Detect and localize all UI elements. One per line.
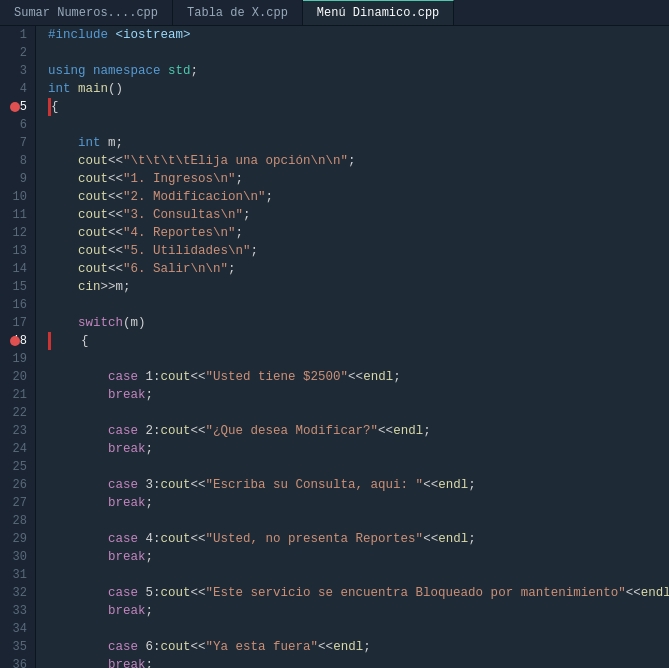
- token-fn: cout: [161, 638, 191, 656]
- token-str: "4. Reportes\n": [123, 224, 236, 242]
- line-number-23: 23: [8, 422, 27, 440]
- token-fn: cout: [78, 170, 108, 188]
- line-number-14: 14: [8, 260, 27, 278]
- code-line-16: [48, 296, 669, 314]
- token-plain: [48, 530, 108, 548]
- code-line-18: {: [48, 332, 669, 350]
- token-plain: [161, 62, 169, 80]
- token-plain: [48, 314, 78, 332]
- code-line-13: cout<<"5. Utilidades\n";: [48, 242, 669, 260]
- line-numbers: 1234567891011121314151617181920212223242…: [0, 26, 36, 668]
- token-fn: main: [78, 80, 108, 98]
- token-plain: <<: [191, 476, 206, 494]
- token-plain: <<: [626, 584, 641, 602]
- token-plain: ;: [266, 188, 274, 206]
- code-line-23: case 2:cout<<"¿Que desea Modificar?"<<en…: [48, 422, 669, 440]
- token-plain: [108, 26, 116, 44]
- token-str: "¿Que desea Modificar?": [206, 422, 379, 440]
- tab-sumar_numeros____cpp[interactable]: Sumar Numeros....cpp: [0, 0, 173, 25]
- code-line-9: cout<<"1. Ingresos\n";: [48, 170, 669, 188]
- code-line-29: case 4:cout<<"Usted, no presenta Reporte…: [48, 530, 669, 548]
- token-str: "Usted, no presenta Reportes": [206, 530, 424, 548]
- token-kw: int: [48, 80, 71, 98]
- token-plain: <<: [108, 260, 123, 278]
- token-str: "6. Salir\n\n": [123, 260, 228, 278]
- token-plain: ;: [251, 242, 259, 260]
- token-plain: ;: [236, 224, 244, 242]
- token-fn: cin: [78, 278, 101, 296]
- code-line-32: case 5:cout<<"Este servicio se encuentra…: [48, 584, 669, 602]
- token-plain: ;: [363, 638, 371, 656]
- code-line-4: int main(): [48, 80, 669, 98]
- token-plain: (m): [123, 314, 146, 332]
- token-case-kw: break: [108, 548, 146, 566]
- code-area[interactable]: #include <iostream>using namespace std;i…: [36, 26, 669, 668]
- token-str: "1. Ingresos\n": [123, 170, 236, 188]
- code-line-35: case 6:cout<<"Ya esta fuera"<<endl;: [48, 638, 669, 656]
- tab-bar: Sumar Numeros....cppTabla de X.cppMenú D…: [0, 0, 669, 26]
- token-plain: <<: [191, 530, 206, 548]
- code-line-28: [48, 512, 669, 530]
- line-number-7: 7: [8, 134, 27, 152]
- token-plain: ;: [146, 548, 154, 566]
- token-plain: [48, 548, 108, 566]
- token-plain: 2:: [138, 422, 161, 440]
- code-line-8: cout<<"\t\t\t\tElija una opción\n\n";: [48, 152, 669, 170]
- token-plain: 4:: [138, 530, 161, 548]
- token-case-kw: case: [108, 476, 138, 494]
- token-plain: 1:: [138, 368, 161, 386]
- token-plain: {: [51, 332, 89, 350]
- token-plain: 3:: [138, 476, 161, 494]
- line-number-32: 32: [8, 584, 27, 602]
- token-fn: endl: [393, 422, 423, 440]
- code-line-1: #include <iostream>: [48, 26, 669, 44]
- token-plain: {: [51, 98, 59, 116]
- line-number-6: 6: [8, 116, 27, 134]
- tab-men__dinamico_cpp[interactable]: Menú Dinamico.cpp: [303, 0, 454, 25]
- line-number-2: 2: [8, 44, 27, 62]
- token-plain: [48, 476, 108, 494]
- code-line-26: case 3:cout<<"Escriba su Consulta, aqui:…: [48, 476, 669, 494]
- token-plain: [48, 152, 78, 170]
- line-number-25: 25: [8, 458, 27, 476]
- token-plain: ;: [468, 530, 476, 548]
- tab-tabla_de_x_cpp[interactable]: Tabla de X.cpp: [173, 0, 303, 25]
- token-plain: <<: [191, 368, 206, 386]
- line-number-19: 19: [8, 350, 27, 368]
- code-line-3: using namespace std;: [48, 62, 669, 80]
- line-number-31: 31: [8, 566, 27, 584]
- token-fn: endl: [363, 368, 393, 386]
- token-str: "Escriba su Consulta, aqui: ": [206, 476, 424, 494]
- line-number-24: 24: [8, 440, 27, 458]
- line-number-35: 35: [8, 638, 27, 656]
- editor-container: Sumar Numeros....cppTabla de X.cppMenú D…: [0, 0, 669, 668]
- token-plain: [48, 134, 78, 152]
- code-line-10: cout<<"2. Modificacion\n";: [48, 188, 669, 206]
- line-number-36: 36: [8, 656, 27, 668]
- code-line-34: [48, 620, 669, 638]
- token-case-kw: break: [108, 386, 146, 404]
- code-line-22: [48, 404, 669, 422]
- code-line-12: cout<<"4. Reportes\n";: [48, 224, 669, 242]
- line-number-20: 20: [8, 368, 27, 386]
- line-number-16: 16: [8, 296, 27, 314]
- token-plain: <<: [378, 422, 393, 440]
- line-number-12: 12: [8, 224, 27, 242]
- token-plain: <<: [348, 368, 363, 386]
- line-number-9: 9: [8, 170, 27, 188]
- token-plain: <<: [318, 638, 333, 656]
- token-case-kw: break: [108, 656, 146, 668]
- token-case-kw: case: [108, 530, 138, 548]
- token-fn: cout: [78, 260, 108, 278]
- token-case-kw: break: [108, 440, 146, 458]
- token-fn: cout: [78, 188, 108, 206]
- token-plain: [48, 170, 78, 188]
- line-number-26: 26: [8, 476, 27, 494]
- code-line-5: {: [48, 98, 669, 116]
- token-plain: <<: [423, 476, 438, 494]
- token-case-kw: break: [108, 602, 146, 620]
- token-fn: cout: [161, 530, 191, 548]
- token-kw: int: [78, 134, 101, 152]
- line-number-8: 8: [8, 152, 27, 170]
- token-plain: <<: [108, 152, 123, 170]
